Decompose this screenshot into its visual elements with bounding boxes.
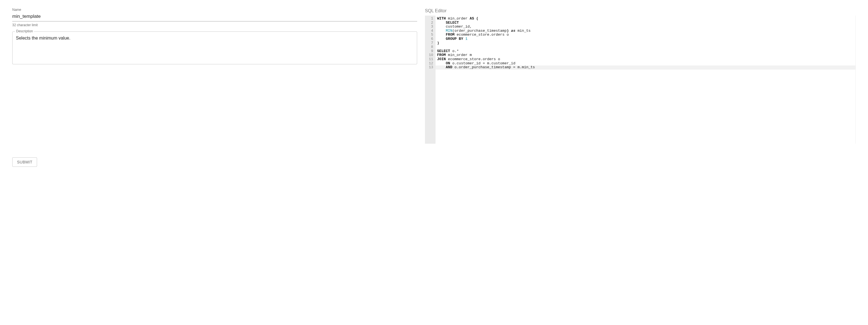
code-line[interactable]: customer_id, — [437, 25, 854, 29]
description-textarea[interactable] — [12, 31, 417, 64]
line-number-gutter: 12345678910111213 — [425, 15, 436, 144]
code-line[interactable]: WITH min_order AS ( — [437, 17, 854, 21]
line-number: 3 — [429, 25, 433, 29]
code-line[interactable]: JOIN ecommerce_store.orders o — [437, 57, 854, 62]
line-number: 7 — [429, 41, 433, 45]
name-input[interactable] — [12, 12, 417, 22]
code-line[interactable]: ON o.customer_id = m.customer_id — [437, 62, 854, 66]
submit-button[interactable]: SUBMIT — [12, 157, 37, 167]
sql-editor-panel: SQL Editor 12345678910111213 WITH min_or… — [425, 8, 856, 144]
name-field-label: Name — [12, 8, 417, 12]
line-number: 11 — [429, 57, 433, 62]
code-area[interactable]: WITH min_order AS ( SELECT customer_id, … — [436, 15, 856, 144]
code-line[interactable] — [437, 45, 854, 49]
code-line[interactable]: ) — [437, 41, 854, 45]
page-layout: Name 32 character limit Description SUBM… — [12, 8, 856, 167]
line-number: 4 — [429, 29, 433, 33]
sql-editor-title: SQL Editor — [425, 8, 856, 13]
code-line[interactable]: SELECT — [437, 21, 854, 25]
line-number: 10 — [429, 53, 433, 57]
code-line[interactable]: FROM ecommerce_store.orders o — [437, 33, 854, 37]
name-helper-text: 32 character limit — [12, 23, 417, 27]
line-number: 13 — [429, 65, 433, 70]
description-label: Description — [15, 29, 34, 33]
line-number: 9 — [429, 49, 433, 54]
form-panel: Name 32 character limit Description SUBM… — [12, 8, 417, 167]
line-number: 8 — [429, 45, 433, 49]
line-number: 2 — [429, 21, 433, 25]
line-number: 6 — [429, 37, 433, 41]
line-number: 12 — [429, 62, 433, 66]
line-number: 5 — [429, 33, 433, 37]
code-line[interactable]: GROUP BY 1 — [437, 37, 854, 41]
line-number: 1 — [429, 17, 433, 21]
code-line[interactable]: AND o.order_purchase_timestamp = m.min_t… — [437, 65, 854, 70]
sql-editor[interactable]: 12345678910111213 WITH min_order AS ( SE… — [425, 15, 856, 144]
code-line[interactable]: FROM min_order m — [437, 53, 854, 57]
description-field: Description — [12, 31, 417, 65]
code-line[interactable]: MIN(order_purchase_timestamp) as min_ts — [437, 29, 854, 33]
code-line[interactable]: SELECT o.* — [437, 49, 854, 54]
